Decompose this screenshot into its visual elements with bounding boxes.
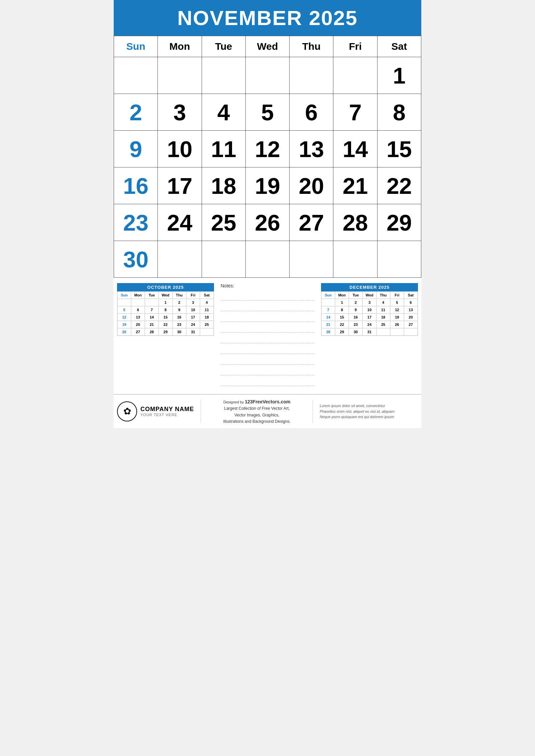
note-line <box>221 312 314 322</box>
mini-day-cell: 7 <box>321 306 335 313</box>
day-cell: 30 <box>114 241 158 278</box>
main-header: NOVEMBER 2025 <box>114 0 421 36</box>
day-cell: 9 <box>114 131 158 167</box>
mini-day-cell: 9 <box>173 306 186 313</box>
mini-header-cell: Wed <box>362 291 376 299</box>
day-cell: 22 <box>378 167 421 204</box>
calendar-grid: 1234567891011121314151617181920212223242… <box>114 57 421 278</box>
mini-day-cell: 23 <box>173 321 186 328</box>
mini-day-cell <box>200 328 214 336</box>
mini-day-cell <box>145 299 158 306</box>
mini-header-cell: Sun <box>321 291 335 299</box>
day-header-tue: Tue <box>202 36 246 57</box>
day-header-thu: Thu <box>290 36 333 57</box>
mini-day-cell: 1 <box>158 299 172 306</box>
mini-day-cell <box>131 299 145 306</box>
lorem1: Lorem ipsum dolor sit amet, consectetur <box>320 403 418 409</box>
october-header: OCTOBER 2025 <box>117 283 214 291</box>
day-cell: 24 <box>158 204 202 241</box>
day-cell <box>202 57 246 94</box>
day-cell: 7 <box>333 94 377 131</box>
day-cell: 10 <box>158 131 202 167</box>
mini-header-cell: Sat <box>404 291 418 299</box>
mini-day-cell: 12 <box>390 306 404 313</box>
mini-day-cell <box>117 299 131 306</box>
mini-day-cell: 16 <box>349 313 362 321</box>
december-header: DECEMBER 2025 <box>321 283 418 291</box>
mini-day-cell: 7 <box>145 306 158 313</box>
footer-divider-1 <box>201 400 201 423</box>
mini-day-cell: 3 <box>362 299 376 306</box>
site-desc1: Largest Collection of Free Vector Art, <box>208 405 306 412</box>
company-logo-icon: ✿ <box>117 401 137 421</box>
day-header-wed: Wed <box>246 36 290 57</box>
mini-day-cell: 9 <box>349 306 362 313</box>
day-cell: 18 <box>202 167 246 204</box>
mini-day-cell: 25 <box>377 321 390 328</box>
mini-day-cell: 27 <box>131 328 145 336</box>
mini-header-cell: Mon <box>335 291 349 299</box>
mini-day-cell: 6 <box>404 299 418 306</box>
mini-day-cell: 10 <box>186 306 200 313</box>
mini-day-cell: 23 <box>349 321 362 328</box>
mini-day-cell: 4 <box>200 299 214 306</box>
day-cell: 8 <box>378 94 421 131</box>
day-cell: 20 <box>290 167 333 204</box>
day-cell: 26 <box>246 204 290 241</box>
company-title: COMPANY NAME <box>140 406 194 413</box>
mini-day-cell: 18 <box>377 313 390 321</box>
lorem3: Neque porro quisquam est qui dolorem ips… <box>320 414 418 420</box>
mini-day-cell: 11 <box>200 306 214 313</box>
mini-calendar-october: OCTOBER 2025 SunMonTueWedThuFriSat123456… <box>117 283 214 387</box>
day-cell: 15 <box>378 131 421 167</box>
mini-day-cell: 15 <box>158 313 172 321</box>
mini-day-cell: 26 <box>390 321 404 328</box>
day-cell: 17 <box>158 167 202 204</box>
mini-day-cell: 4 <box>377 299 390 306</box>
mini-day-cell: 25 <box>200 321 214 328</box>
mini-day-cell: 3 <box>186 299 200 306</box>
day-cell: 1 <box>378 57 421 94</box>
mini-day-cell: 22 <box>158 321 172 328</box>
mini-day-cell: 26 <box>117 328 131 336</box>
mini-day-cell: 11 <box>377 306 390 313</box>
mini-header-cell: Wed <box>158 291 172 299</box>
mini-day-cell: 15 <box>335 313 349 321</box>
company-name-block: COMPANY NAME YOUR TEXT HERE <box>140 406 194 417</box>
day-header-mon: Mon <box>158 36 202 57</box>
day-header-sat: Sat <box>378 36 421 57</box>
site-desc3: Illustrations and Background Designs. <box>208 418 306 425</box>
mini-day-cell: 31 <box>186 328 200 336</box>
mini-day-cell <box>390 328 404 336</box>
mini-day-cell: 5 <box>390 299 404 306</box>
bottom-section: OCTOBER 2025 SunMonTueWedThuFriSat123456… <box>114 283 421 387</box>
mini-day-cell: 18 <box>200 313 214 321</box>
company-subtitle: YOUR TEXT HERE <box>140 413 194 417</box>
mini-header-cell: Fri <box>390 291 404 299</box>
note-lines <box>221 291 314 386</box>
note-line <box>221 323 314 333</box>
note-line <box>221 355 314 365</box>
mini-day-cell <box>404 328 418 336</box>
mini-day-cell: 30 <box>349 328 362 336</box>
mini-day-cell: 21 <box>321 321 335 328</box>
mini-header-cell: Tue <box>349 291 362 299</box>
note-line <box>221 377 314 386</box>
day-header-sun: Sun <box>114 36 158 57</box>
mini-day-cell: 29 <box>335 328 349 336</box>
mini-day-cell: 2 <box>173 299 186 306</box>
day-cell: 2 <box>114 94 158 131</box>
mini-day-cell: 1 <box>335 299 349 306</box>
day-cell: 29 <box>378 204 421 241</box>
mini-day-cell: 19 <box>117 321 131 328</box>
day-headers-row: Sun Mon Tue Wed Thu Fri Sat <box>114 36 421 57</box>
mini-day-cell: 16 <box>173 313 186 321</box>
mini-day-cell: 21 <box>145 321 158 328</box>
note-line <box>221 345 314 354</box>
mini-day-cell: 17 <box>362 313 376 321</box>
mini-header-cell: Sun <box>117 291 131 299</box>
designed-by-text: Designed by 123FreeVectors.com <box>208 398 306 405</box>
mini-day-cell: 14 <box>145 313 158 321</box>
note-line <box>221 334 314 343</box>
mini-header-cell: Fri <box>186 291 200 299</box>
